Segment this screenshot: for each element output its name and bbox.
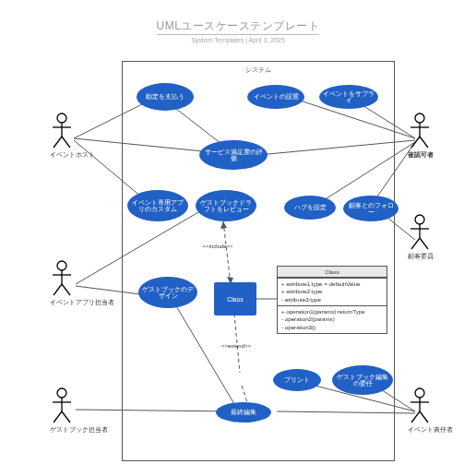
usecase-supply[interactable]: イベントをサプライ <box>319 85 378 109</box>
op-row: + operation1(params):returnType <box>281 308 383 315</box>
usecase-delegate-edit[interactable]: ゲストブック編集の委任 <box>332 365 393 395</box>
usecase-pay[interactable]: 勘定を支払う <box>137 83 194 111</box>
svg-line-42 <box>420 137 428 148</box>
system-label: システム <box>123 65 394 75</box>
stereo-extend: <<extend>> <box>218 343 255 349</box>
actor-committee[interactable]: 顧客委員 <box>408 214 432 261</box>
class-box-ops: + operation1(params):returnType - operat… <box>278 305 387 333</box>
class-box-title: Class <box>278 267 387 278</box>
actor-guestbook-staff[interactable]: ゲストブック担当者 <box>50 387 74 434</box>
usecase-design[interactable]: ゲストブックのデザイン <box>138 277 197 308</box>
svg-point-43 <box>415 215 424 224</box>
usecase-follow[interactable]: 顧客とのフォロー <box>343 196 399 221</box>
system-boundary: システム <box>122 61 395 461</box>
stereo-include: <<include>> <box>199 244 236 249</box>
actor-event-manager[interactable]: イベント責任者 <box>408 387 432 434</box>
actor-app-staff[interactable]: イベントアプリ担当者 <box>50 260 74 307</box>
svg-line-26 <box>54 137 62 148</box>
usecase-print[interactable]: プリント <box>273 369 321 391</box>
svg-line-47 <box>420 238 428 249</box>
svg-line-37 <box>62 411 70 422</box>
svg-point-48 <box>415 388 424 398</box>
actor-label: イベント責任者 <box>408 426 432 434</box>
class-box-attrs: + attribute1:type = defaultValue + attri… <box>278 278 387 305</box>
page-meta: System Templates | April 3, 2025 <box>0 37 476 43</box>
class-node[interactable]: Class <box>214 282 256 315</box>
actor-label: 被認可者 <box>408 151 432 160</box>
attr-row: + attribute1:type = defaultValue <box>281 280 383 288</box>
actor-label: イベントアプリ担当者 <box>50 299 74 307</box>
svg-line-46 <box>411 238 420 249</box>
usecase-review-draft[interactable]: ゲストブックドラフトをレビュー <box>196 190 256 221</box>
svg-line-36 <box>54 411 62 422</box>
actor-label: イベントホスト <box>50 151 74 160</box>
actor-label: 顧客委員 <box>408 253 432 261</box>
actor-host[interactable]: イベントホスト <box>50 113 74 160</box>
title-text: UMLユースケーステンプレート <box>157 19 320 35</box>
svg-point-33 <box>57 388 66 398</box>
svg-line-51 <box>411 411 420 422</box>
svg-line-31 <box>54 284 62 295</box>
svg-line-32 <box>62 284 70 295</box>
class-detail-box[interactable]: Class + attribute1:type = defaultValue +… <box>277 266 387 334</box>
svg-point-38 <box>415 113 424 123</box>
actor-authorized[interactable]: 被認可者 <box>408 113 432 160</box>
usecase-set-hub[interactable]: ハブを設定 <box>284 196 336 220</box>
attr-row: - attribute3:type <box>281 296 383 303</box>
usecase-app-custom[interactable]: イベント専用アプリのカスタム <box>127 190 188 221</box>
attr-row: + attribute2:type <box>281 288 383 295</box>
svg-point-28 <box>57 261 66 270</box>
page-title: UMLユースケーステンプレート <box>0 18 476 34</box>
svg-line-52 <box>420 411 428 422</box>
svg-point-23 <box>57 113 66 123</box>
svg-line-27 <box>62 137 70 148</box>
op-row: - operation2(params) <box>281 315 383 323</box>
op-row: - operation3() <box>281 324 383 331</box>
usecase-setup[interactable]: イベントの設置 <box>247 85 304 109</box>
usecase-satisfaction[interactable]: サービス満足度の評価 <box>199 140 268 170</box>
diagram-canvas: { "header": { "title": "UMLユースケーステンプレート"… <box>0 0 476 476</box>
svg-line-41 <box>411 137 420 148</box>
actor-label: ゲストブック担当者 <box>50 426 74 434</box>
usecase-final-edit[interactable]: 最終編集 <box>216 402 271 422</box>
